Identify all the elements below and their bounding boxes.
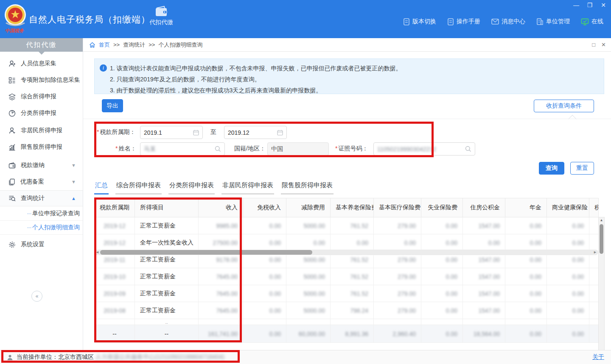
about-link[interactable]: 关于 [592, 353, 604, 361]
manual-link[interactable]: 操作手册 [447, 18, 480, 25]
sidebar-item-personnel[interactable]: 人员信息采集 [0, 56, 83, 72]
query-button[interactable]: 查询 [539, 162, 564, 175]
tab-classified[interactable]: 分类所得申报表 [168, 181, 215, 195]
tab-nonresident[interactable]: 非居民所得申报表 [221, 181, 274, 195]
sidebar-item-tax-payment[interactable]: 税款缴纳 ▼ [0, 157, 83, 173]
table-row[interactable]: 2019-09 正常工资薪金 7645.00 0.00 5000.00 761.… [95, 285, 599, 302]
cell-value: 5000.00 [303, 256, 325, 263]
cell-value: 1547.00 [478, 256, 500, 263]
col-header-cutoff: 税 [589, 198, 599, 217]
summary-value: 2,960.40 [393, 331, 416, 337]
sidebar-subitem-personal-detail[interactable]: 个人扣缴明细查询 [0, 221, 83, 235]
table-row[interactable]: 2019-12 正常工资薪金 9985.00 0.00 5000.00 761.… [95, 217, 599, 234]
main-content: i 1. 该查询统计表仅能查询已申报成功的数据，不包含未申报、申报失败，已申报但… [83, 52, 611, 350]
sidebar-item-restricted-stock[interactable]: 限售股所得申报 [0, 139, 83, 155]
online-status[interactable]: 在线 [581, 18, 603, 25]
reset-button[interactable]: 重置 [570, 162, 594, 175]
cell-value: 279.00 [398, 256, 416, 263]
scroll-right-icon[interactable]: ► [593, 250, 597, 255]
sidebar-item-preferential[interactable]: 优惠备案 ▼ [0, 174, 83, 190]
nav-withholding-label: 代扣代缴 [148, 19, 175, 26]
cell-income-item: 正常工资薪金 [135, 302, 199, 319]
scroll-left-icon[interactable]: ◄ [95, 250, 99, 255]
cell-value: 0.00 [269, 256, 281, 263]
table-row-partial[interactable]: .. [95, 319, 599, 325]
cell-value: 5000.00 [303, 222, 325, 229]
close-icon[interactable]: ✕ [600, 2, 607, 8]
minimize-icon[interactable]: — [573, 2, 580, 8]
unit-management-link[interactable]: 单位管理 [536, 18, 570, 25]
panel-close-icon[interactable]: ✕ [601, 42, 606, 48]
required-asterisk: * [97, 128, 99, 135]
cell-value: 0.00 [530, 256, 541, 263]
cell-value: 0.00 [530, 273, 541, 280]
table-header-row: 税款所属期 所得项目 收入 免税收入 减除费用 基本养老保险费 基本医疗保险费 … [95, 198, 599, 217]
sidebar-item-label: 非居民所得申报 [21, 127, 62, 134]
cell-value: 5000.00 [303, 273, 325, 280]
sidebar-collapse-button[interactable]: « [31, 291, 42, 302]
list-grid-icon [8, 77, 16, 84]
period-to-input[interactable]: 2019.12 [224, 126, 287, 139]
sidebar: 代扣代缴 人员信息采集 专项附加扣除信息采集 综合所得申报 分类所得申报 非居民… [0, 38, 83, 350]
version-switch-label: 版本切换 [412, 18, 436, 25]
tab-summary[interactable]: 汇总 [94, 181, 109, 195]
cell-income-item: .. [135, 319, 199, 325]
sidebar-item-classified[interactable]: 分类所得申报 [0, 105, 83, 121]
vertical-scrollbar[interactable]: ▲ ▼ [598, 217, 605, 364]
notice-line-2: 2. 只能查询2019年及之后的数据，不能进行跨年度查询。 [110, 74, 598, 85]
sidebar-subitem-unit-record[interactable]: 单位申报记录查询 [0, 207, 83, 221]
result-table: 税款所属期 所得项目 收入 免税收入 减除费用 基本养老保险费 基本医疗保险费 … [94, 198, 598, 343]
collapse-query-button[interactable]: 收折查询条件 [534, 100, 594, 112]
cell-period: 2019-11 [104, 256, 125, 263]
search-icon[interactable] [215, 146, 221, 152]
col-header-taxfree-income: 免税收入 [243, 198, 286, 217]
table-row[interactable]: 2019-12 全年一次性奖金收入 27500.00 0.00 0.00 0.0… [95, 234, 599, 251]
cell-period: 2019-10 [104, 273, 125, 280]
search-icon[interactable] [465, 146, 471, 152]
name-input[interactable]: 马某 [140, 142, 225, 156]
tab-restricted-stock[interactable]: 限售股所得申报表 [281, 181, 334, 195]
vertical-scroll-thumb[interactable] [600, 224, 603, 254]
gear-icon [8, 241, 16, 248]
table-row[interactable]: 2019-10 正常工资薪金 7645.00 0.00 5000.00 761.… [95, 268, 599, 285]
sidebar-item-nonresident[interactable]: 非居民所得申报 [0, 122, 83, 139]
tab-comprehensive[interactable]: 综合所得申报表 [115, 181, 162, 195]
home-icon[interactable] [89, 42, 95, 48]
sidebar-item-special-deduction[interactable]: 专项附加扣除信息采集 [0, 72, 83, 88]
sidebar-item-query-stats[interactable]: 查询统计 ▲ [0, 190, 83, 206]
period-to-label: 至 [210, 128, 216, 136]
notice-line-1: 1. 该查询统计表仅能查询已申报成功的数据，不包含未申报、申报失败，已申报但已作… [110, 63, 598, 74]
calendar-icon[interactable] [277, 130, 283, 136]
cell-value: 0.00 [269, 222, 281, 229]
horizontal-scrollbar[interactable]: ◄ ► [94, 250, 598, 255]
sidebar-item-comprehensive[interactable]: 综合所得申报 [0, 89, 83, 105]
id-number-input[interactable]: 110502199903042212 [373, 142, 475, 156]
cell-value: 0.00 [488, 239, 500, 246]
nav-withholding[interactable]: 代扣代缴 [148, 6, 175, 26]
col-header-deduction: 减除费用 [286, 198, 331, 217]
cell-value: 0.00 [572, 307, 584, 314]
period-from-input[interactable]: 2019.1 [140, 126, 203, 139]
restore-icon[interactable]: ❐ [586, 2, 593, 8]
panel-maximize-icon[interactable]: □ [592, 42, 595, 48]
horizontal-scroll-thumb[interactable] [100, 250, 312, 255]
period-to-value: 2019.12 [228, 129, 277, 136]
sidebar-subitem-label: 个人扣缴明细查询 [32, 224, 80, 231]
bar-chart-icon [8, 144, 16, 151]
breadcrumb-home[interactable]: 首页 [99, 41, 110, 49]
sidebar-item-label: 专项附加扣除信息采集 [21, 76, 80, 84]
notice-box: i 1. 该查询统计表仅能查询已申报成功的数据，不包含未申报、申报失败，已申报但… [94, 58, 604, 94]
summary-value: 0.00 [269, 331, 281, 337]
table-row[interactable]: 2019-08 正常工资薪金 7645.00 0.00 5000.00 798.… [95, 302, 599, 319]
summary-item: -- [135, 325, 199, 343]
breadcrumb-level1[interactable]: 查询统计 [123, 41, 145, 49]
sidebar-item-system-settings[interactable]: 系统设置 [0, 236, 83, 253]
message-center-link[interactable]: 消息中心 [491, 18, 525, 25]
tree-stub [27, 228, 31, 228]
summary-value: 161,741.00 [208, 331, 238, 337]
version-switch-link[interactable]: 版本切换 [403, 18, 436, 25]
calendar-icon[interactable] [193, 130, 199, 136]
export-button[interactable]: 导出 [102, 99, 123, 112]
sidebar-subitem-label: 单位申报记录查询 [32, 210, 80, 217]
scroll-up-icon[interactable]: ▲ [599, 217, 604, 223]
